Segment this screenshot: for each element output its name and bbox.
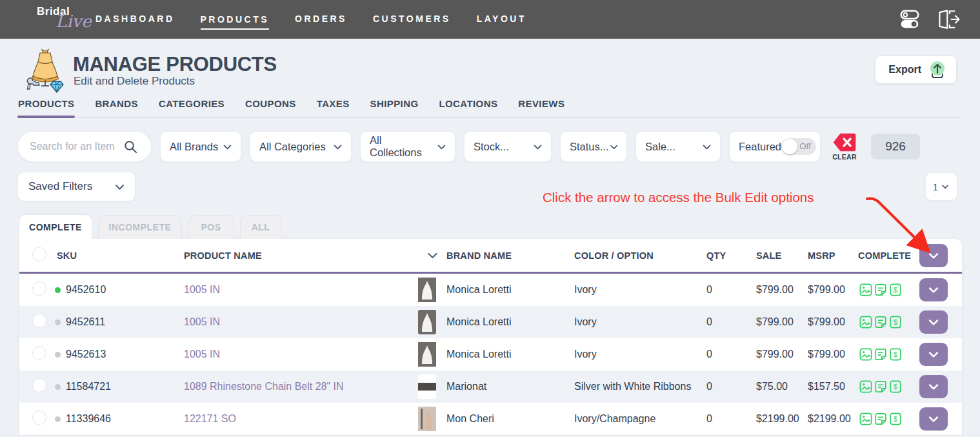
view-tab-pos[interactable]: POS xyxy=(188,215,234,239)
msrp-price: $157.50 xyxy=(803,381,855,392)
col-header-msrp[interactable]: MSRP xyxy=(803,250,855,261)
product-name-link[interactable]: 122171 SO xyxy=(184,413,236,424)
product-thumbnail[interactable] xyxy=(418,278,446,302)
logout-icon[interactable] xyxy=(936,7,962,32)
row-select-radio[interactable] xyxy=(32,281,46,296)
search-box[interactable] xyxy=(17,131,152,162)
product-name-link[interactable]: 1005 IN xyxy=(184,316,220,327)
clear-filters-button[interactable]: CLEAR xyxy=(832,131,857,162)
nav-item-customers[interactable]: CUSTOMERS xyxy=(373,14,451,25)
table-row[interactable]: 9452610 1005 IN Monica Loretti Ivory 0 $… xyxy=(19,274,962,306)
table-row[interactable]: 11339646 122171 SO Mon Cheri Ivory/Champ… xyxy=(19,403,962,435)
row-select-radio[interactable] xyxy=(32,411,46,425)
top-nav: Bridal Live DASHBOARD PRODUCTS ORDERS CU… xyxy=(0,0,980,39)
nav-links: DASHBOARD PRODUCTS ORDERS CUSTOMERS LAYO… xyxy=(95,0,526,39)
row-select-radio[interactable] xyxy=(32,314,46,328)
bridallive-logo[interactable]: Bridal Live xyxy=(15,0,90,39)
stock-filter-dropdown[interactable]: Stock... xyxy=(464,131,552,162)
tab-coupons[interactable]: COUPONS xyxy=(245,98,297,117)
photo-complete-icon xyxy=(859,412,872,425)
saved-filters-dropdown[interactable]: Saved Filters xyxy=(17,172,135,201)
tab-categories[interactable]: CATEGORIES xyxy=(158,98,225,117)
view-tab-all[interactable]: ALL xyxy=(240,215,281,239)
tab-reviews[interactable]: REVIEWS xyxy=(517,98,565,117)
table-row[interactable]: 9452611 1005 IN Monica Loretti Ivory 0 $… xyxy=(19,306,962,338)
chevron-down-icon xyxy=(532,141,543,152)
row-select-radio[interactable] xyxy=(32,346,46,360)
status-filter-dropdown[interactable]: Status... xyxy=(560,131,627,162)
view-tab-complete[interactable]: COMPLETE xyxy=(19,215,92,239)
nav-item-dashboard[interactable]: DASHBOARD xyxy=(95,14,175,25)
chevron-down-icon xyxy=(941,182,950,191)
tab-taxes[interactable]: TAXES xyxy=(316,98,350,117)
col-header-brand-name[interactable]: BRAND NAME xyxy=(446,250,574,261)
product-name-link[interactable]: 1089 Rhinestone Chain Belt 28" IN xyxy=(184,381,344,392)
col-header-color-option[interactable]: COLOR / OPTION xyxy=(574,250,703,261)
nav-item-orders[interactable]: ORDERS xyxy=(295,14,347,25)
nav-item-products[interactable]: PRODUCTS xyxy=(201,14,270,30)
chevron-down-icon xyxy=(701,141,712,152)
photo-complete-icon xyxy=(859,348,872,361)
export-button[interactable]: Export xyxy=(875,56,956,83)
product-thumbnail[interactable] xyxy=(418,342,446,367)
brands-filter-dropdown[interactable]: All Brands xyxy=(160,131,241,162)
row-bulk-edit-arrow-button[interactable] xyxy=(919,375,948,398)
product-thumbnail[interactable] xyxy=(418,310,446,334)
sale-price: $75.00 xyxy=(752,381,803,392)
row-bulk-edit-arrow-button[interactable] xyxy=(919,343,948,366)
status-dot-green xyxy=(55,287,61,293)
tab-brands[interactable]: BRANDS xyxy=(94,98,139,117)
tab-shipping[interactable]: SHIPPING xyxy=(370,98,419,117)
col-header-product-name[interactable]: PRODUCT NAME xyxy=(184,250,418,261)
featured-toggle[interactable]: Off xyxy=(781,138,816,155)
tab-locations[interactable]: LOCATIONS xyxy=(438,98,498,117)
product-name-link[interactable]: 1005 IN xyxy=(184,284,220,295)
toggle-state-label: Off xyxy=(799,141,811,151)
select-all-radio[interactable] xyxy=(32,247,46,261)
categories-filter-label: All Categories xyxy=(259,141,326,153)
qty-value: 0 xyxy=(703,284,752,296)
brand-name: Monica Loretti xyxy=(446,316,574,328)
clear-label: CLEAR xyxy=(832,153,857,161)
product-thumbnail[interactable] xyxy=(418,407,446,431)
photo-complete-icon xyxy=(859,380,872,393)
sale-price: $799.00 xyxy=(752,349,803,360)
categories-filter-dropdown[interactable]: All Categories xyxy=(250,131,352,162)
view-tab-incomplete[interactable]: INCOMPLETE xyxy=(98,215,182,239)
sale-price: $799.00 xyxy=(752,284,803,296)
table-row[interactable]: 9452613 1005 IN Monica Loretti Ivory 0 $… xyxy=(19,338,962,371)
col-header-sale[interactable]: SALE xyxy=(752,250,803,261)
row-bulk-edit-arrow-button[interactable] xyxy=(919,278,948,301)
sku-value: 11584721 xyxy=(66,381,111,392)
search-input[interactable] xyxy=(30,141,123,152)
stock-filter-label: Stock... xyxy=(474,141,509,153)
col-header-qty[interactable]: QTY xyxy=(703,250,752,261)
page-title: MANAGE PRODUCTS xyxy=(73,53,277,76)
nav-item-layout[interactable]: LAYOUT xyxy=(477,14,526,25)
products-subnav: PRODUCTS BRANDS CATEGORIES COUPONS TAXES… xyxy=(17,98,963,118)
search-icon[interactable] xyxy=(123,139,138,154)
settings-toggles-icon[interactable] xyxy=(897,7,922,32)
tab-products[interactable]: PRODUCTS xyxy=(17,98,75,117)
row-bulk-edit-arrow-button[interactable] xyxy=(919,310,948,334)
toggle-knob xyxy=(782,139,797,154)
row-select-radio[interactable] xyxy=(32,378,46,392)
details-complete-icon xyxy=(874,283,887,296)
col-header-complete[interactable]: COMPLETE xyxy=(855,250,910,261)
color-option: Ivory xyxy=(574,349,703,360)
col-header-sku[interactable]: SKU xyxy=(53,250,184,261)
page-selector-dropdown[interactable]: 1 xyxy=(925,172,957,201)
sort-chevron-icon[interactable] xyxy=(418,249,446,262)
bulk-edit-arrow-button[interactable] xyxy=(919,244,948,267)
table-row[interactable]: 11584721 1089 Rhinestone Chain Belt 28" … xyxy=(19,371,962,403)
featured-label: Featured xyxy=(739,141,781,153)
pricing-complete-icon: $ xyxy=(889,283,902,296)
product-name-link[interactable]: 1005 IN xyxy=(184,349,220,360)
product-thumbnail[interactable] xyxy=(418,374,446,399)
collections-filter-dropdown[interactable]: All Collections xyxy=(360,131,455,162)
pricing-complete-icon: $ xyxy=(889,348,902,361)
row-bulk-edit-arrow-button[interactable] xyxy=(919,407,948,431)
photo-complete-icon xyxy=(859,316,872,329)
sale-filter-dropdown[interactable]: Sale... xyxy=(635,131,721,162)
logo-text-script: Live xyxy=(55,12,92,31)
